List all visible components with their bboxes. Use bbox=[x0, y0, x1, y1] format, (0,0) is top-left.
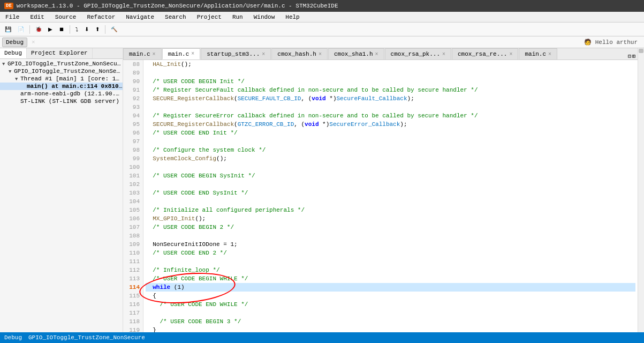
code-line bbox=[146, 103, 635, 111]
editor-tab-close-icon[interactable]: × bbox=[442, 51, 445, 57]
code-text: /* USER CODE BEGIN 2 */ bbox=[146, 223, 234, 232]
code-line bbox=[146, 163, 635, 172]
tree-item[interactable]: arm-none-eabi-gdb (12.1.90.20220802) bbox=[0, 90, 123, 98]
line-number: 106 bbox=[125, 214, 140, 223]
line-number: 89 bbox=[125, 69, 140, 77]
code-line: /* USER CODE BEGIN Init */ bbox=[146, 77, 635, 86]
editor-tab-close-icon[interactable]: × bbox=[262, 51, 265, 57]
editor-tab-6[interactable]: cmox_rsa_re...× bbox=[452, 48, 518, 59]
menu-item-source[interactable]: Source bbox=[53, 13, 79, 21]
tree-item[interactable]: ▼Thread #1 [main] 1 [core: 1] (Suspended… bbox=[0, 75, 123, 83]
menu-item-file[interactable]: File bbox=[3, 13, 21, 21]
editor-tab-close-icon[interactable]: × bbox=[319, 51, 322, 57]
toolbar-btn-step-return[interactable]: ⬆ bbox=[93, 25, 102, 34]
editor-tab-close-icon[interactable]: × bbox=[153, 51, 156, 57]
tree-item[interactable]: ST-LINK (ST-LINK GDB server) bbox=[0, 98, 123, 105]
editor-tab-close-icon[interactable]: × bbox=[509, 51, 512, 57]
code-text: /* USER CODE END Init */ bbox=[146, 129, 238, 137]
project-explorer-tab[interactable]: Project Explorer bbox=[27, 48, 93, 58]
menu-item-project[interactable]: Project bbox=[195, 13, 224, 21]
editor-tab-label: main.c bbox=[525, 51, 546, 57]
debug-label[interactable]: Debug bbox=[2, 38, 27, 47]
toolbar2: Debug × 🧑 Hello arthur bbox=[0, 36, 644, 48]
code-text: /* Register SecureError callback defined… bbox=[146, 111, 478, 120]
line-number: 91 bbox=[125, 86, 140, 94]
toolbar-btn-new[interactable]: 📄 bbox=[15, 25, 27, 34]
editor-tab-close-icon[interactable]: × bbox=[548, 51, 551, 57]
code-line bbox=[146, 309, 635, 317]
tree-item-label: ST-LINK (ST-LINK GDB server) bbox=[20, 98, 119, 105]
vertical-scrollbar-area[interactable] bbox=[638, 48, 644, 332]
code-line: while (1) bbox=[146, 283, 635, 292]
toolbar-btn-build[interactable]: 🔨 bbox=[108, 25, 120, 34]
menu-item-navigate[interactable]: Navigate bbox=[124, 13, 156, 21]
line-number: 118 bbox=[125, 317, 140, 326]
toolbar-separator-3 bbox=[105, 25, 105, 34]
code-line: /* Register SecureError callback defined… bbox=[146, 111, 635, 120]
menu-item-edit[interactable]: Edit bbox=[28, 13, 46, 21]
sidebar-tree: ▼GPIO_IOToggle_TrustZone_NonSecure [STM3… bbox=[0, 59, 123, 106]
line-number: 116 bbox=[125, 300, 140, 309]
tree-arrow-icon: ▼ bbox=[2, 62, 7, 67]
menu-item-window[interactable]: Window bbox=[252, 13, 277, 21]
line-number: 90 bbox=[125, 77, 140, 86]
line-number: 111 bbox=[125, 257, 140, 266]
status-project: GPIO_IOToggle_TrustZone_NonSecure bbox=[28, 334, 145, 341]
editor-tab-close-icon[interactable]: × bbox=[375, 51, 378, 57]
tree-item-label: GPIO_IOToggle_TrustZone_NonSecure [STM32… bbox=[7, 61, 123, 67]
editor-tab-controls[interactable]: ⊟⊞ bbox=[626, 53, 638, 59]
line-number: 102 bbox=[125, 180, 140, 189]
code-line: /* USER CODE BEGIN SysInit */ bbox=[146, 172, 635, 180]
minimize-icon[interactable]: ⊟ bbox=[628, 53, 631, 59]
tree-item[interactable]: ▼GPIO_IOToggle_TrustZone_NonSecure.elf [… bbox=[0, 68, 123, 75]
toolbar-btn-save[interactable]: 💾 bbox=[2, 25, 14, 34]
line-number: 95 bbox=[125, 120, 140, 129]
editor-tab-0[interactable]: main.c× bbox=[123, 48, 162, 59]
tree-item[interactable]: main() at main.c:114 0x810030a bbox=[0, 83, 123, 90]
editor-tab-7[interactable]: main.c× bbox=[519, 48, 557, 59]
menu-item-help[interactable]: Help bbox=[283, 13, 301, 21]
line-number: 99 bbox=[125, 154, 140, 163]
code-line bbox=[146, 232, 635, 240]
project-explorer-label[interactable] bbox=[40, 41, 46, 43]
line-number: 112 bbox=[125, 266, 140, 274]
editor-tab-5[interactable]: cmox_rsa_pk...× bbox=[385, 48, 451, 59]
line-number: 103 bbox=[125, 189, 140, 197]
menu-bar: FileEditSourceRefactorNavigateSearchProj… bbox=[0, 12, 644, 23]
toolbar-btn-run[interactable]: ▶ bbox=[46, 25, 55, 34]
code-content[interactable]: HAL_Init(); /* USER CODE BEGIN Init */ /… bbox=[143, 60, 638, 332]
line-number: 100 bbox=[125, 163, 140, 172]
code-text: NonSecureInitIODone = 1; bbox=[146, 240, 238, 249]
menu-item-run[interactable]: Run bbox=[230, 13, 245, 21]
tree-arrow-icon: ▼ bbox=[9, 69, 14, 74]
toolbar-btn-debug[interactable]: 🐞 bbox=[33, 25, 44, 34]
toolbar-separator-2 bbox=[70, 25, 70, 34]
editor-tab-2[interactable]: startup_stm3...× bbox=[201, 48, 271, 59]
line-number: 96 bbox=[125, 129, 140, 137]
tree-item-label: Thread #1 [main] 1 [core: 1] (Suspended … bbox=[20, 76, 123, 82]
code-line: SECURE_RegisterCallback(GTZC_ERROR_CB_ID… bbox=[146, 120, 635, 129]
editor-tab-close-icon[interactable]: × bbox=[191, 51, 194, 57]
menu-item-search[interactable]: Search bbox=[163, 13, 188, 21]
debug-tab[interactable]: Debug bbox=[0, 48, 27, 58]
code-line: /* Infinite_loop */ bbox=[146, 266, 635, 274]
toolbar-btn-stop[interactable]: ⏹ bbox=[56, 25, 67, 34]
tree-item-label: arm-none-eabi-gdb (12.1.90.20220802) bbox=[20, 91, 123, 97]
code-text: SystemClock_Config(); bbox=[146, 154, 227, 163]
code-text: SECURE_RegisterCallback(SECURE_FAULT_CB_… bbox=[146, 94, 414, 103]
title-bar: DE workspace_1.13.0 - GPIO_IOToggle_Trus… bbox=[0, 0, 644, 12]
tree-item[interactable]: ▼GPIO_IOToggle_TrustZone_NonSecure [STM3… bbox=[0, 60, 123, 68]
code-line: NonSecureInitIODone = 1; bbox=[146, 240, 635, 249]
editor-tab-4[interactable]: cmox_sha1.h× bbox=[328, 48, 384, 59]
menu-item-refactor[interactable]: Refactor bbox=[85, 13, 117, 21]
line-number: 119 bbox=[125, 326, 140, 332]
maximize-icon[interactable]: ⊞ bbox=[632, 53, 635, 59]
toolbar-btn-step-into[interactable]: ⬇ bbox=[82, 25, 92, 34]
editor-tab-label: cmox_rsa_pk... bbox=[391, 51, 440, 57]
code-text: HAL_Init(); bbox=[146, 60, 192, 69]
editor-tab-3[interactable]: cmox_hash.h× bbox=[271, 48, 328, 59]
editor-tab-1[interactable]: main.c× bbox=[162, 48, 201, 59]
toolbar-btn-step-over[interactable]: ⤵ bbox=[73, 25, 81, 34]
title-text: workspace_1.13.0 - GPIO_IOToggle_TrustZo… bbox=[17, 3, 338, 9]
code-text: /* USER CODE BEGIN Init */ bbox=[146, 77, 245, 86]
